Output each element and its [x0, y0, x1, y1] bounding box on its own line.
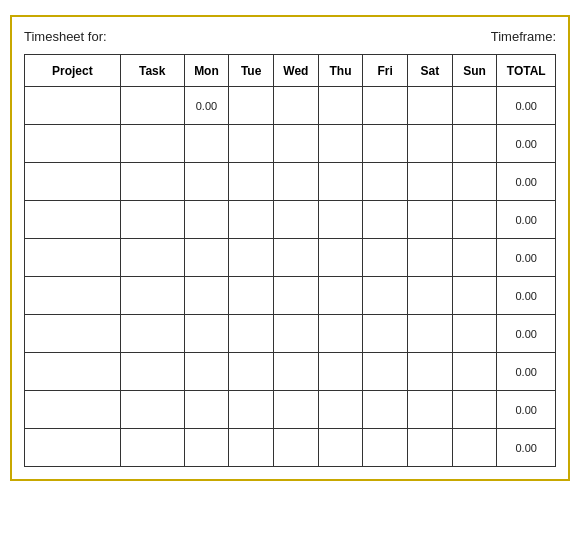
cell-wed-3[interactable] — [273, 201, 318, 239]
cell-task-5[interactable] — [120, 277, 184, 315]
cell-wed-7[interactable] — [273, 353, 318, 391]
cell-task-8[interactable] — [120, 391, 184, 429]
cell-sun-1[interactable] — [452, 125, 497, 163]
cell-sat-6[interactable] — [408, 315, 453, 353]
cell-sun-7[interactable] — [452, 353, 497, 391]
cell-project-0[interactable] — [25, 87, 121, 125]
cell-project-8[interactable] — [25, 391, 121, 429]
cell-sat-1[interactable] — [408, 125, 453, 163]
cell-tue-5[interactable] — [229, 277, 274, 315]
cell-task-3[interactable] — [120, 201, 184, 239]
cell-tue-4[interactable] — [229, 239, 274, 277]
cell-tue-7[interactable] — [229, 353, 274, 391]
table-row[interactable]: 0.00 — [25, 163, 556, 201]
cell-project-6[interactable] — [25, 315, 121, 353]
cell-sat-4[interactable] — [408, 239, 453, 277]
cell-sat-0[interactable] — [408, 87, 453, 125]
cell-tue-9[interactable] — [229, 429, 274, 467]
cell-wed-9[interactable] — [273, 429, 318, 467]
cell-tue-8[interactable] — [229, 391, 274, 429]
cell-thu-7[interactable] — [318, 353, 363, 391]
cell-total-7[interactable]: 0.00 — [497, 353, 556, 391]
cell-wed-6[interactable] — [273, 315, 318, 353]
cell-thu-0[interactable] — [318, 87, 363, 125]
cell-tue-0[interactable] — [229, 87, 274, 125]
cell-tue-2[interactable] — [229, 163, 274, 201]
cell-total-5[interactable]: 0.00 — [497, 277, 556, 315]
cell-wed-4[interactable] — [273, 239, 318, 277]
cell-mon-8[interactable] — [184, 391, 229, 429]
cell-mon-7[interactable] — [184, 353, 229, 391]
cell-project-4[interactable] — [25, 239, 121, 277]
cell-task-6[interactable] — [120, 315, 184, 353]
cell-sun-9[interactable] — [452, 429, 497, 467]
cell-task-9[interactable] — [120, 429, 184, 467]
cell-sat-2[interactable] — [408, 163, 453, 201]
cell-fri-4[interactable] — [363, 239, 408, 277]
cell-tue-6[interactable] — [229, 315, 274, 353]
cell-mon-4[interactable] — [184, 239, 229, 277]
cell-task-4[interactable] — [120, 239, 184, 277]
cell-fri-8[interactable] — [363, 391, 408, 429]
cell-sun-8[interactable] — [452, 391, 497, 429]
table-row[interactable]: 0.00 — [25, 201, 556, 239]
cell-fri-2[interactable] — [363, 163, 408, 201]
cell-total-9[interactable]: 0.00 — [497, 429, 556, 467]
cell-thu-6[interactable] — [318, 315, 363, 353]
cell-fri-1[interactable] — [363, 125, 408, 163]
cell-fri-6[interactable] — [363, 315, 408, 353]
cell-thu-5[interactable] — [318, 277, 363, 315]
cell-mon-1[interactable] — [184, 125, 229, 163]
cell-thu-9[interactable] — [318, 429, 363, 467]
cell-total-0[interactable]: 0.00 — [497, 87, 556, 125]
cell-tue-1[interactable] — [229, 125, 274, 163]
cell-fri-7[interactable] — [363, 353, 408, 391]
cell-total-4[interactable]: 0.00 — [497, 239, 556, 277]
cell-wed-8[interactable] — [273, 391, 318, 429]
cell-total-6[interactable]: 0.00 — [497, 315, 556, 353]
cell-mon-3[interactable] — [184, 201, 229, 239]
table-row[interactable]: 0.00 — [25, 391, 556, 429]
cell-project-1[interactable] — [25, 125, 121, 163]
cell-mon-9[interactable] — [184, 429, 229, 467]
cell-project-5[interactable] — [25, 277, 121, 315]
table-row[interactable]: 0.00 — [25, 353, 556, 391]
cell-sun-6[interactable] — [452, 315, 497, 353]
cell-task-0[interactable] — [120, 87, 184, 125]
cell-sun-4[interactable] — [452, 239, 497, 277]
cell-sat-7[interactable] — [408, 353, 453, 391]
cell-thu-8[interactable] — [318, 391, 363, 429]
cell-total-8[interactable]: 0.00 — [497, 391, 556, 429]
cell-mon-2[interactable] — [184, 163, 229, 201]
cell-sun-0[interactable] — [452, 87, 497, 125]
cell-sat-8[interactable] — [408, 391, 453, 429]
cell-thu-3[interactable] — [318, 201, 363, 239]
cell-project-7[interactable] — [25, 353, 121, 391]
table-row[interactable]: 0.00 — [25, 277, 556, 315]
cell-thu-1[interactable] — [318, 125, 363, 163]
cell-mon-0[interactable]: 0.00 — [184, 87, 229, 125]
cell-fri-3[interactable] — [363, 201, 408, 239]
cell-sat-3[interactable] — [408, 201, 453, 239]
cell-project-9[interactable] — [25, 429, 121, 467]
cell-task-7[interactable] — [120, 353, 184, 391]
cell-fri-0[interactable] — [363, 87, 408, 125]
cell-task-1[interactable] — [120, 125, 184, 163]
cell-wed-0[interactable] — [273, 87, 318, 125]
table-row[interactable]: 0.00 — [25, 239, 556, 277]
cell-fri-9[interactable] — [363, 429, 408, 467]
table-row[interactable]: 0.00 — [25, 429, 556, 467]
cell-total-3[interactable]: 0.00 — [497, 201, 556, 239]
cell-project-3[interactable] — [25, 201, 121, 239]
cell-project-2[interactable] — [25, 163, 121, 201]
table-row[interactable]: 0.00 — [25, 315, 556, 353]
table-row[interactable]: 0.00 — [25, 125, 556, 163]
cell-total-2[interactable]: 0.00 — [497, 163, 556, 201]
cell-wed-5[interactable] — [273, 277, 318, 315]
cell-mon-5[interactable] — [184, 277, 229, 315]
cell-thu-4[interactable] — [318, 239, 363, 277]
table-row[interactable]: 0.000.00 — [25, 87, 556, 125]
cell-sat-9[interactable] — [408, 429, 453, 467]
cell-fri-5[interactable] — [363, 277, 408, 315]
cell-tue-3[interactable] — [229, 201, 274, 239]
